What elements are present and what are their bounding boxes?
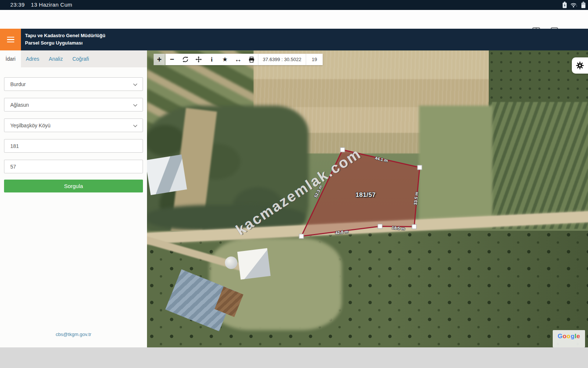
village-select[interactable]: Yeşilbaşköy Köyü	[4, 118, 143, 132]
google-attribution: Google	[553, 330, 585, 347]
android-status-bar: 23:39 13 Haziran Cum	[0, 0, 588, 10]
pan-tool-button[interactable]	[192, 54, 205, 65]
tab-adres[interactable]: Adres	[21, 50, 44, 67]
contact-email-link[interactable]: cbs@tkgm.gov.tr	[56, 332, 92, 337]
village-select-value: Yeşilbaşköy Köyü	[10, 123, 50, 128]
query-sidebar: İdari Adres Analiz Coğrafi Burdur Ağlasu…	[0, 50, 147, 347]
tab-idari[interactable]: İdari	[0, 50, 21, 67]
coordinates-readout: 37.6399 : 30.5022	[258, 54, 306, 65]
terrain-bottomleft-ground	[209, 238, 342, 330]
battery-icon	[581, 1, 586, 8]
app-title-line1: Tapu ve Kadastro Genel Müdürlüğü	[25, 32, 105, 39]
district-select[interactable]: Ağlasun	[4, 98, 143, 112]
tab-bar: İdari Adres Analiz Coğrafi	[0, 50, 147, 67]
refresh-button[interactable]	[179, 54, 192, 65]
dex-taskbar	[0, 347, 588, 368]
status-date: 13 Haziran Cum	[31, 1, 72, 8]
hamburger-menu-button[interactable]	[0, 29, 21, 50]
parcel-number-input[interactable]	[4, 160, 143, 173]
pan-move-icon	[196, 56, 202, 63]
chevron-down-icon	[133, 124, 137, 127]
tab-analiz[interactable]: Analiz	[44, 50, 68, 67]
sidebar-footer: cbs@tkgm.gov.tr	[0, 331, 147, 337]
chevron-down-icon	[133, 104, 137, 107]
status-time: 23:39	[10, 1, 25, 8]
building-white-north	[147, 155, 187, 195]
gear-icon	[576, 61, 584, 70]
hamburger-icon	[7, 37, 14, 38]
favorites-button[interactable]: ★	[218, 54, 232, 65]
terrain-right-orchard-rows	[489, 102, 588, 229]
wifi-icon	[570, 2, 578, 8]
print-icon	[248, 57, 255, 63]
query-submit-button[interactable]: Sorgula	[4, 180, 143, 192]
building-white-house	[237, 248, 271, 279]
status-icons	[562, 1, 586, 8]
print-button[interactable]	[245, 54, 258, 65]
parcel-vertex-handle[interactable]	[378, 224, 383, 229]
parcel-vertex-handle[interactable]	[412, 224, 417, 229]
terrain-right-field	[419, 106, 492, 227]
app-header: Tapu ve Kadastro Genel Müdürlüğü Parsel …	[0, 29, 588, 50]
refresh-icon	[182, 56, 189, 63]
zoom-level-readout: 19	[306, 54, 323, 65]
block-number-input[interactable]	[4, 139, 143, 153]
chevron-down-icon	[133, 83, 137, 86]
battery-saver-icon	[562, 1, 567, 8]
app-title-line2: Parsel Sorgu Uygulaması	[25, 39, 105, 46]
zoom-in-button[interactable]: +	[154, 54, 165, 65]
building-silo	[225, 256, 237, 269]
app-title: Tapu ve Kadastro Genel Müdürlüğü Parsel …	[25, 32, 105, 46]
map-settings-button[interactable]	[572, 57, 588, 74]
parcel-vertex-handle[interactable]	[417, 165, 422, 170]
parcel-vertex-handle[interactable]	[340, 148, 345, 152]
province-select-value: Burdur	[10, 81, 26, 87]
device-screen: 23:39 13 Haziran Cum	[0, 0, 588, 368]
info-button[interactable]: i	[205, 54, 218, 65]
full-extent-button[interactable]: ↔	[232, 54, 245, 65]
map-toolbar: − i ★ ↔	[165, 54, 323, 65]
province-select[interactable]: Burdur	[4, 77, 143, 91]
district-select-value: Ağlasun	[10, 102, 29, 108]
parcel-vertex-handle[interactable]	[299, 234, 304, 239]
parcel-number-label: 181/57	[356, 191, 376, 199]
tab-cografi[interactable]: Coğrafi	[68, 50, 94, 67]
zoom-out-button[interactable]: −	[165, 54, 179, 65]
window-title-bar: ×	[0, 10, 588, 29]
satellite-map[interactable]: kacmazemlak.com 44.1 m 33.5 m 18.5 m 42.…	[147, 50, 588, 347]
